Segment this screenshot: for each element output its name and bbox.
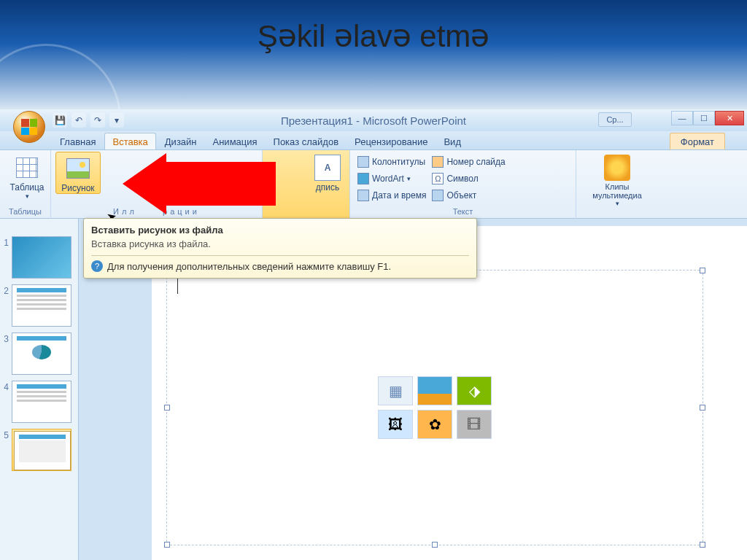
symbol-button[interactable]: ΩСимвол xyxy=(429,171,508,187)
office-button[interactable] xyxy=(13,111,45,143)
group-textbox: A дпись xyxy=(263,150,350,219)
object-icon xyxy=(432,190,444,201)
powerpoint-window: 💾 ↶ ↷ ▾ Презентация1 - Microsoft PowerPo… xyxy=(0,109,747,560)
tab-slideshow[interactable]: Показ слайдов xyxy=(266,133,347,149)
thumbnail-1[interactable]: 1 xyxy=(0,233,78,281)
insert-clipart-icon[interactable]: ✿ xyxy=(417,410,452,439)
tab-format[interactable]: Формат xyxy=(670,133,725,149)
textbox-label: дпись xyxy=(316,182,339,192)
insert-smartart-icon[interactable]: ⬗ xyxy=(457,376,492,405)
textbox-button[interactable]: A дпись xyxy=(310,152,345,192)
undo-icon[interactable]: ↶ xyxy=(71,113,86,128)
text-group-label: Текст xyxy=(355,207,571,217)
header-footer-icon xyxy=(357,156,369,168)
qat-dropdown-icon[interactable]: ▾ xyxy=(109,113,124,128)
textbox-icon: A xyxy=(314,155,341,181)
ribbon: Таблица▾ Таблицы Рисунок Илл рации A xyxy=(0,150,747,219)
wordart-button[interactable]: WordArt▾ xyxy=(355,171,429,187)
tab-insert[interactable]: Вставка xyxy=(104,133,155,149)
insert-picture-icon[interactable]: 🖼 xyxy=(378,410,413,439)
slide-number-button[interactable]: Номер слайда xyxy=(429,154,508,170)
text-cursor xyxy=(177,278,178,294)
help-icon: ? xyxy=(91,260,103,272)
insert-media-icon[interactable]: 🎞 xyxy=(457,410,492,439)
tab-review[interactable]: Рецензирование xyxy=(347,133,435,149)
thumbnail-2[interactable]: 2 xyxy=(0,281,78,330)
thumbnail-4[interactable]: 4 xyxy=(0,378,78,426)
wordart-icon xyxy=(357,173,369,184)
resize-handle[interactable] xyxy=(700,542,705,548)
header-footer-button[interactable]: Колонтитулы xyxy=(355,154,429,170)
symbol-icon: Ω xyxy=(432,173,444,184)
object-button[interactable]: Объект xyxy=(429,187,508,203)
resize-handle[interactable] xyxy=(432,542,438,548)
ribbon-tabs: Главная Вставка Дизайн Анимация Показ сл… xyxy=(0,131,747,150)
tooltip: Вставить рисунок из файла Вставка рисунк… xyxy=(83,218,477,279)
window-controls: — ☐ ✕ xyxy=(671,111,744,125)
save-icon[interactable]: 💾 xyxy=(53,113,67,128)
thumbnail-3[interactable]: 3 xyxy=(0,330,78,378)
thumbnail-pane: 1 2 3 4 5 xyxy=(0,219,79,560)
insert-table-icon[interactable]: ▦ xyxy=(378,376,413,405)
tab-design[interactable]: Дизайн xyxy=(158,133,204,149)
tooltip-help: ? Для получения дополнительных сведений … xyxy=(91,255,469,272)
redo-icon[interactable]: ↷ xyxy=(90,113,105,128)
content-placeholder[interactable]: ▦ ⬗ 🖼 ✿ 🎞 xyxy=(166,270,703,545)
speaker-icon xyxy=(604,155,630,181)
slide-header-bg xyxy=(0,0,747,109)
titlebar: 💾 ↶ ↷ ▾ Презентация1 - Microsoft PowerPo… xyxy=(0,109,747,131)
datetime-button[interactable]: Дата и время xyxy=(355,187,429,203)
placeholder-icons: ▦ ⬗ 🖼 ✿ 🎞 xyxy=(378,376,492,439)
picture-label: Рисунок xyxy=(61,183,94,193)
tab-home[interactable]: Главная xyxy=(53,133,103,149)
tooltip-body: Вставка рисунка из файла. xyxy=(91,238,469,249)
tab-view[interactable]: Вид xyxy=(436,133,468,149)
table-button[interactable]: Таблица▾ xyxy=(4,152,50,200)
group-media: Клипы мультимедиа▾ xyxy=(576,150,657,219)
quick-access-toolbar: 💾 ↶ ↷ ▾ xyxy=(53,113,124,128)
resize-handle[interactable] xyxy=(700,405,705,411)
page-title: Şəkil əlavə etmə xyxy=(0,18,747,54)
thumbnail-5[interactable]: 5 xyxy=(0,426,78,474)
group-tables: Таблица▾ Таблицы xyxy=(0,150,51,219)
table-label: Таблица xyxy=(9,182,44,192)
tutorial-arrow xyxy=(123,153,276,214)
minimize-button[interactable]: — xyxy=(671,111,693,125)
slide-number-icon xyxy=(432,156,444,168)
tables-group-label: Таблицы xyxy=(4,207,46,217)
tab-animation[interactable]: Анимация xyxy=(206,133,265,149)
group-text: Колонтитулы WordArt▾ Дата и время Номер … xyxy=(350,150,576,219)
picture-icon xyxy=(65,155,91,182)
resize-handle[interactable] xyxy=(700,268,705,273)
tooltip-title: Вставить рисунок из файла xyxy=(91,225,469,236)
media-label: Клипы мультимедиа xyxy=(581,182,654,200)
picture-button[interactable]: Рисунок xyxy=(55,152,101,194)
tutorial-slide: Şəkil əlavə etmə 💾 ↶ ↷ ▾ Презентация1 - … xyxy=(0,0,747,560)
resize-handle[interactable] xyxy=(164,405,170,411)
resize-handle[interactable] xyxy=(164,542,170,548)
media-clips-button[interactable]: Клипы мультимедиа▾ xyxy=(581,152,654,207)
table-icon xyxy=(14,155,40,181)
datetime-icon xyxy=(357,190,369,201)
close-button[interactable]: ✕ xyxy=(715,111,744,125)
contextual-tab-label: Ср... xyxy=(598,112,632,127)
window-title: Презентация1 - Microsoft PowerPoint xyxy=(281,114,466,127)
insert-chart-icon[interactable] xyxy=(417,376,452,405)
maximize-button[interactable]: ☐ xyxy=(693,111,715,125)
